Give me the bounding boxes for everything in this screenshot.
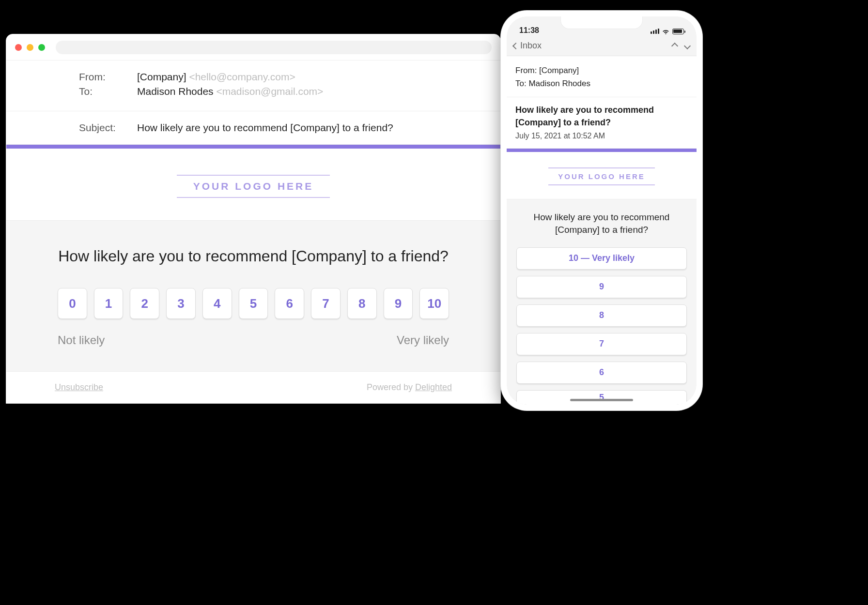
battery-icon: [672, 29, 684, 34]
email-header: From: [Company] <hello@company.com> To: …: [6, 60, 500, 111]
from-label: From:: [79, 71, 137, 83]
phone-to-line: To: Madison Rhodes: [515, 77, 688, 90]
phone-accent-bar: [507, 149, 697, 152]
nps-7-button[interactable]: 7: [311, 288, 341, 319]
phone-nps-5-button[interactable]: 5: [516, 390, 687, 405]
window-minimize-icon[interactable]: [27, 44, 33, 51]
wifi-icon: [662, 28, 669, 35]
nps-9-button[interactable]: 9: [384, 288, 413, 319]
nps-10-button[interactable]: 10: [419, 288, 449, 319]
phone-notch: [560, 16, 643, 29]
from-email: <hello@company.com>: [189, 71, 295, 82]
logo-area: YOUR LOGO HERE: [6, 149, 500, 221]
to-value: Madison Rhodes <madison@gmail.com>: [137, 86, 323, 97]
powered-brand-link[interactable]: Delighted: [415, 382, 452, 392]
phone-nps-8-button[interactable]: 8: [516, 304, 687, 327]
window-traffic-lights: [15, 44, 45, 51]
window-close-icon[interactable]: [15, 44, 22, 51]
window-maximize-icon[interactable]: [38, 44, 45, 51]
from-value: [Company] <hello@company.com>: [137, 71, 295, 83]
phone-survey-area: How likely are you to recommend [Company…: [507, 199, 697, 405]
browser-chrome: [6, 34, 500, 60]
status-time: 11:38: [519, 26, 539, 35]
to-label: To:: [79, 86, 137, 97]
cellular-signal-icon: [651, 29, 659, 34]
url-bar[interactable]: [56, 41, 492, 54]
home-indicator[interactable]: [570, 399, 633, 401]
subject-row: Subject: How likely are you to recommend…: [6, 111, 500, 145]
accent-bar: [6, 145, 500, 149]
phone-screen: 11:38 Inbox From: [Company] To: Madison …: [507, 16, 697, 405]
scale-label-low: Not likely: [58, 333, 105, 347]
desktop-browser-window: From: [Company] <hello@company.com> To: …: [6, 34, 501, 404]
powered-by: Powered by Delighted: [367, 382, 452, 393]
phone-message-header: From: [Company] To: Madison Rhodes: [507, 56, 697, 97]
phone-subject-block: How likely are you to recommend [Company…: [507, 97, 697, 148]
from-name: [Company]: [137, 71, 186, 82]
powered-prefix: Powered by: [367, 382, 415, 392]
survey-question: How likely are you to recommend [Company…: [58, 246, 449, 267]
nps-3-button[interactable]: 3: [166, 288, 196, 319]
phone-nps-10-button[interactable]: 10 — Very likely: [516, 247, 687, 270]
subject-value: How likely are you to recommend [Company…: [137, 122, 393, 134]
prev-message-button[interactable]: [671, 42, 678, 49]
phone-nps-6-button[interactable]: 6: [516, 362, 687, 384]
phone-subject: How likely are you to recommend [Company…: [515, 104, 688, 128]
subject-label: Subject:: [79, 122, 137, 134]
nps-scale: 0 1 2 3 4 5 6 7 8 9 10: [58, 288, 449, 319]
unsubscribe-link[interactable]: Unsubscribe: [55, 382, 103, 393]
nps-8-button[interactable]: 8: [347, 288, 377, 319]
logo-placeholder: YOUR LOGO HERE: [177, 175, 330, 198]
phone-nps-options: 10 — Very likely 9 8 7 6 5: [516, 247, 687, 405]
phone-mockup: 11:38 Inbox From: [Company] To: Madison …: [501, 11, 702, 410]
nps-2-button[interactable]: 2: [130, 288, 159, 319]
phone-from-line: From: [Company]: [515, 64, 688, 77]
to-email: <madison@gmail.com>: [216, 86, 323, 97]
phone-survey-question: How likely are you to recommend [Company…: [516, 211, 687, 237]
back-to-inbox-button[interactable]: Inbox: [513, 41, 542, 51]
nps-4-button[interactable]: 4: [202, 288, 232, 319]
scale-labels: Not likely Very likely: [58, 333, 449, 347]
scale-label-high: Very likely: [397, 333, 449, 347]
nps-1-button[interactable]: 1: [94, 288, 124, 319]
chevron-left-icon: [512, 42, 519, 49]
phone-nps-7-button[interactable]: 7: [516, 333, 687, 355]
nps-5-button[interactable]: 5: [239, 288, 268, 319]
phone-date: July 15, 2021 at 10:52 AM: [515, 132, 688, 140]
back-label: Inbox: [520, 41, 542, 51]
phone-logo-placeholder: YOUR LOGO HERE: [548, 167, 655, 185]
mail-nav-bar: Inbox: [507, 36, 697, 56]
nps-0-button[interactable]: 0: [58, 288, 87, 319]
phone-nps-9-button[interactable]: 9: [516, 276, 687, 298]
next-message-button[interactable]: [684, 42, 691, 49]
survey-area: How likely are you to recommend [Company…: [6, 221, 500, 371]
phone-logo-area: YOUR LOGO HERE: [507, 152, 697, 199]
email-footer: Unsubscribe Powered by Delighted: [6, 371, 500, 403]
to-name: Madison Rhodes: [137, 86, 214, 97]
nps-6-button[interactable]: 6: [275, 288, 304, 319]
